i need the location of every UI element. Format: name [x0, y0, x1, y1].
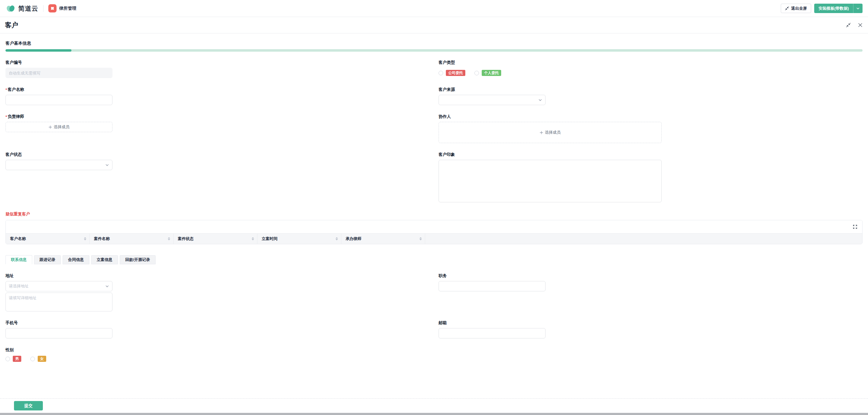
- section-progress-bar: [5, 49, 863, 52]
- chevron-down-icon: [856, 7, 860, 10]
- radio-icon[interactable]: [439, 71, 443, 75]
- radio-icon[interactable]: [5, 357, 10, 361]
- address-select[interactable]: 请选择地址: [5, 281, 113, 291]
- gender-option-male[interactable]: 男: [5, 356, 21, 362]
- form-footer: 提交: [0, 398, 868, 413]
- mobile-input[interactable]: [5, 328, 113, 339]
- exit-fullscreen-icon: [785, 6, 789, 10]
- topbar-actions: 退出全屏 安装模板(带数据): [781, 4, 863, 13]
- field-customer-type: 客户类型 公司委托 个人委托: [439, 60, 501, 78]
- radio-icon[interactable]: [30, 357, 35, 361]
- tab-contract-info[interactable]: 合同信息: [63, 255, 89, 264]
- close-panel-button[interactable]: [857, 22, 863, 28]
- required-mark: *: [5, 114, 7, 120]
- customer-status-select[interactable]: [5, 160, 113, 170]
- app-puzzle-icon: [48, 4, 57, 12]
- field-customer-no: 客户编号: [5, 60, 863, 78]
- customer-source-select[interactable]: [439, 95, 546, 105]
- field-customer-impression: 客户印象: [439, 152, 662, 202]
- customer-type-option-personal[interactable]: 个人委托: [474, 70, 501, 76]
- address-select-placeholder: 请选择地址: [9, 283, 29, 289]
- exit-fullscreen-label: 退出全屏: [791, 6, 807, 11]
- customer-type-label: 客户类型: [439, 60, 501, 65]
- chevron-down-icon: [105, 163, 109, 167]
- field-collaborators: 协作人 选择成员: [439, 114, 662, 143]
- collapse-panel-button[interactable]: [845, 22, 851, 28]
- gender-female-badge: 女: [38, 356, 46, 362]
- tab-follow-up-records[interactable]: 跟进记录: [34, 255, 61, 264]
- customer-name-label: * 客户名称: [5, 87, 863, 92]
- brand-name: 简道云: [18, 4, 38, 13]
- field-customer-status: 客户状态: [5, 152, 863, 170]
- required-mark: *: [5, 87, 7, 93]
- field-customer-name: * 客户名称: [5, 87, 863, 105]
- field-mobile: 手机号: [5, 320, 863, 339]
- customer-status-label: 客户状态: [5, 152, 863, 157]
- plus-icon: [49, 125, 52, 129]
- table-header-empty: [425, 234, 862, 244]
- sort-icon[interactable]: [168, 237, 170, 240]
- tab-payment-invoice-records[interactable]: 回款/开票记录: [120, 255, 156, 264]
- exit-fullscreen-button[interactable]: 退出全屏: [781, 4, 811, 13]
- sort-icon[interactable]: [336, 237, 338, 240]
- sort-icon[interactable]: [84, 237, 86, 240]
- install-template-caret-button[interactable]: [853, 4, 863, 13]
- gender-option-female[interactable]: 女: [30, 356, 46, 362]
- customer-impression-label: 客户印象: [439, 152, 662, 157]
- field-email: 邮箱: [439, 320, 546, 339]
- gender-male-badge: 男: [13, 356, 21, 362]
- collaborators-label: 协作人: [439, 114, 662, 119]
- customer-type-company-badge: 公司委托: [446, 70, 465, 76]
- close-icon: [858, 23, 863, 27]
- table-header-filing-date[interactable]: 立案时间: [257, 234, 341, 244]
- panel-header: 客户: [0, 17, 868, 33]
- address-detail-textarea[interactable]: [5, 293, 113, 311]
- table-header-handling-lawyer[interactable]: 承办律师: [341, 234, 425, 244]
- tab-bar: 联系信息 跟进记录 合同信息 立案信息 回款/开票记录: [5, 255, 863, 264]
- jiandaoyun-logo-icon: [5, 3, 16, 14]
- customer-no-label: 客户编号: [5, 60, 863, 65]
- chevron-down-icon: [538, 98, 542, 102]
- table-expand-button[interactable]: [852, 224, 858, 230]
- topbar: 简道云 律所管理 退出全屏 安装模板(带数据): [0, 0, 868, 17]
- section-progress-fill: [5, 49, 71, 52]
- sort-icon[interactable]: [252, 237, 254, 240]
- tab-contact-info[interactable]: 联系信息: [5, 255, 32, 264]
- radio-icon[interactable]: [474, 71, 479, 75]
- email-input[interactable]: [439, 328, 546, 339]
- install-template-button[interactable]: 安装模板(带数据): [814, 4, 853, 13]
- duplicate-customer-table: 客户名称 案件名称 案件状态 立案时间: [5, 220, 863, 244]
- mobile-label: 手机号: [5, 320, 863, 326]
- position-input[interactable]: [439, 281, 546, 291]
- customer-no-input[interactable]: [5, 68, 113, 78]
- collaborators-select-member-button[interactable]: 选择成员: [439, 122, 662, 143]
- app-name: 律所管理: [59, 6, 76, 11]
- tab-filing-info[interactable]: 立案信息: [91, 255, 118, 264]
- page-title: 客户: [5, 21, 18, 30]
- customer-type-option-company[interactable]: 公司委托: [439, 70, 465, 76]
- table-header-customer-name[interactable]: 客户名称: [6, 234, 90, 244]
- table-header-row: 客户名称 案件名称 案件状态 立案时间: [6, 233, 862, 244]
- responsible-lawyer-select-member-button[interactable]: 选择成员: [5, 122, 113, 132]
- sort-icon[interactable]: [420, 237, 422, 240]
- responsible-lawyer-label: * 负责律师: [5, 114, 863, 119]
- submit-button[interactable]: 提交: [14, 401, 43, 410]
- table-header-case-name[interactable]: 案件名称: [90, 234, 174, 244]
- table-header-case-status[interactable]: 案件状态: [174, 234, 257, 244]
- bottom-strip: [0, 413, 868, 415]
- chevron-down-icon: [105, 284, 109, 288]
- customer-name-input[interactable]: [5, 95, 113, 105]
- field-customer-source: 客户来源: [439, 87, 546, 105]
- customer-impression-textarea[interactable]: [439, 160, 662, 202]
- compress-icon: [846, 23, 851, 27]
- field-responsible-lawyer: * 负责律师 选择成员: [5, 114, 863, 132]
- field-address: 地址 请选择地址: [5, 273, 863, 311]
- expand-icon: [853, 225, 857, 229]
- position-label: 职务: [439, 273, 546, 279]
- brand: 简道云: [5, 3, 38, 14]
- customer-type-personal-badge: 个人委托: [482, 70, 501, 76]
- gender-label: 性别: [5, 347, 863, 353]
- install-template-split-button: 安装模板(带数据): [814, 4, 863, 13]
- address-label: 地址: [5, 273, 863, 279]
- app-switcher[interactable]: 律所管理: [48, 4, 76, 12]
